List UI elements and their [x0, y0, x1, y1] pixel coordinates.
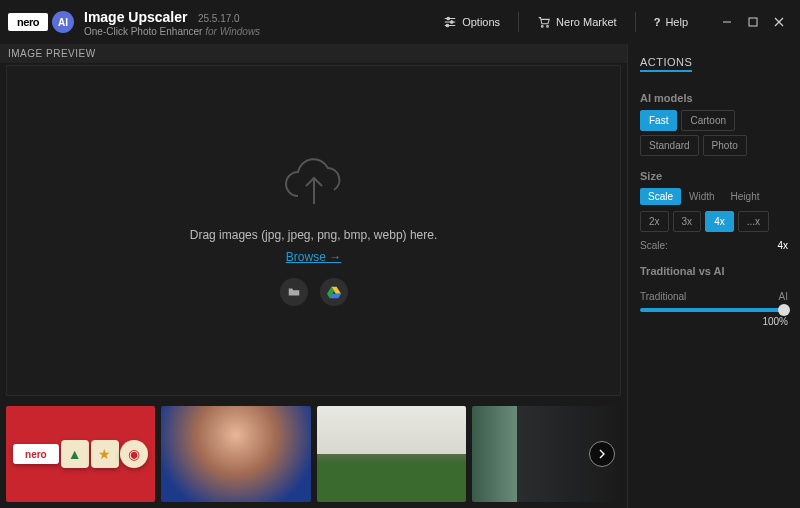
slider-value: 100% — [640, 316, 788, 327]
sample-thumb-2[interactable] — [161, 406, 310, 502]
santa-cookie-icon: ◉ — [120, 440, 148, 468]
sliders-icon — [443, 15, 457, 29]
size-label: Size — [640, 170, 788, 182]
actions-tab[interactable]: ACTIONS — [640, 50, 788, 78]
scale-options-row: 2x3x4x...x — [640, 211, 788, 232]
size-tab-width[interactable]: Width — [681, 188, 723, 205]
slider-right-label: AI — [779, 291, 788, 302]
size-tab-height[interactable]: Height — [723, 188, 768, 205]
trad-ai-slider: Traditional AI 100% — [640, 291, 788, 327]
drag-instruction: Drag images (jpg, jpeg, png, bmp, webp) … — [190, 228, 437, 242]
folder-icon — [287, 285, 301, 299]
scale-pill-3x[interactable]: 3x — [673, 211, 702, 232]
close-icon — [774, 17, 784, 27]
model-pill-standard[interactable]: Standard — [640, 135, 699, 156]
subtitle-suffix: for Windows — [205, 26, 260, 37]
maximize-button[interactable] — [740, 12, 766, 32]
browse-link[interactable]: Browse → — [286, 250, 341, 264]
close-button[interactable] — [766, 12, 792, 32]
app-title-text: Image Upscaler — [84, 9, 188, 25]
svg-point-7 — [547, 26, 549, 28]
app-title: Image Upscaler 25.5.17.0 — [84, 8, 260, 26]
titlebar: nero AI Image Upscaler 25.5.17.0 One-Cli… — [0, 0, 800, 44]
actions-tab-label: ACTIONS — [640, 56, 692, 68]
ai-models-label: AI models — [640, 92, 788, 104]
sample-thumb-3[interactable] — [317, 406, 466, 502]
scale-readout: Scale: 4x — [640, 240, 788, 251]
slider-track[interactable] — [640, 308, 788, 312]
actions-panel: ACTIONS AI models FastCartoonStandardPho… — [628, 44, 800, 508]
google-drive-button[interactable] — [320, 278, 348, 306]
gallery-next-button[interactable] — [589, 441, 615, 467]
svg-point-1 — [447, 17, 450, 20]
market-label: Nero Market — [556, 16, 617, 28]
sample-gallery: nero ▲ ★ ◉ — [0, 402, 627, 508]
size-tab-scale[interactable]: Scale — [640, 188, 681, 205]
separator — [635, 12, 636, 32]
scale-pill-..x[interactable]: ...x — [738, 211, 769, 232]
title-column: Image Upscaler 25.5.17.0 One-Click Photo… — [84, 8, 260, 37]
scale-value: 4x — [777, 240, 788, 251]
window-controls — [714, 12, 792, 32]
options-button[interactable]: Options — [437, 11, 506, 33]
thumb1-logo: nero — [13, 444, 59, 464]
scale-pill-2x[interactable]: 2x — [640, 211, 669, 232]
subtitle-main: One-Click Photo Enhancer — [84, 26, 202, 37]
svg-point-5 — [446, 24, 449, 27]
app-subtitle: One-Click Photo Enhancer for Windows — [84, 26, 260, 37]
help-icon: ? — [654, 16, 661, 28]
header-actions: Options Nero Market ? Help — [437, 11, 792, 33]
size-tabs: ScaleWidthHeight — [640, 188, 788, 205]
options-label: Options — [462, 16, 500, 28]
sample-thumb-4[interactable] — [472, 406, 621, 502]
svg-rect-9 — [749, 18, 757, 26]
left-column: IMAGE PREVIEW Drag images (jpg, jpeg, pn… — [0, 44, 628, 508]
chevron-right-icon — [597, 449, 607, 459]
scale-pill-4x[interactable]: 4x — [705, 211, 734, 232]
slider-left-label: Traditional — [640, 291, 686, 302]
slider-thumb[interactable] — [778, 304, 790, 316]
star-cookie-icon: ★ — [91, 440, 119, 468]
import-sources — [280, 278, 348, 306]
ai-badge-icon: AI — [52, 11, 74, 33]
scale-key: Scale: — [640, 240, 668, 251]
folder-button[interactable] — [280, 278, 308, 306]
ai-models-row: FastCartoonStandardPhoto — [640, 110, 788, 156]
market-button[interactable]: Nero Market — [531, 11, 623, 33]
app-logo: nero AI — [8, 11, 74, 33]
help-button[interactable]: ? Help — [648, 12, 694, 32]
main-area: IMAGE PREVIEW Drag images (jpg, jpeg, pn… — [0, 44, 800, 508]
tab-underline — [640, 70, 692, 72]
model-pill-photo[interactable]: Photo — [703, 135, 747, 156]
maximize-icon — [748, 17, 758, 27]
model-pill-cartoon[interactable]: Cartoon — [681, 110, 735, 131]
help-label: Help — [665, 16, 688, 28]
google-drive-icon — [327, 285, 341, 299]
svg-point-6 — [541, 26, 543, 28]
minimize-icon — [722, 17, 732, 27]
cloud-upload-icon — [278, 156, 350, 220]
trad-vs-ai-label: Traditional vs AI — [640, 265, 788, 277]
tree-cookie-icon: ▲ — [61, 440, 89, 468]
preview-label: IMAGE PREVIEW — [0, 44, 627, 63]
separator — [518, 12, 519, 32]
minimize-button[interactable] — [714, 12, 740, 32]
app-version: 25.5.17.0 — [198, 13, 240, 24]
preview-dropzone[interactable]: Drag images (jpg, jpeg, png, bmp, webp) … — [6, 65, 621, 396]
cart-icon — [537, 15, 551, 29]
model-pill-fast[interactable]: Fast — [640, 110, 677, 131]
sample-thumb-1[interactable]: nero ▲ ★ ◉ — [6, 406, 155, 502]
thumb1-art: nero ▲ ★ ◉ — [6, 406, 155, 502]
svg-point-3 — [451, 21, 454, 24]
nero-logo: nero — [8, 13, 48, 31]
